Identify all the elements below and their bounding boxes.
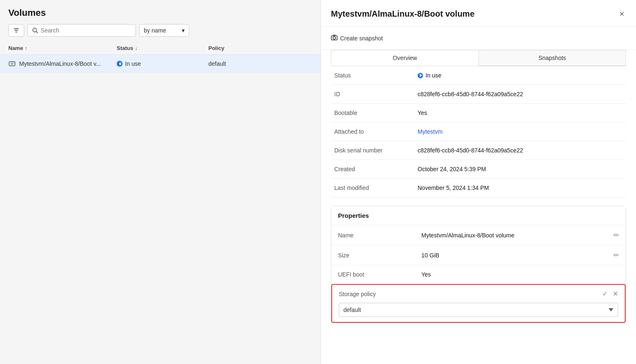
volume-name-cell: Mytestvm/AlmaLinux-8/Boot v...	[8, 60, 117, 67]
storage-policy-actions: ✓ ✕	[602, 290, 618, 298]
edit-name-icon[interactable]: ✏	[613, 231, 619, 239]
volume-policy: default	[208, 60, 226, 67]
volumes-list: Mytestvm/AlmaLinux-8/Boot v... In use de…	[0, 55, 321, 73]
detail-row-status: Status In use	[331, 66, 626, 85]
col-name[interactable]: Name ↑	[8, 45, 117, 51]
volume-status-cell: In use	[117, 60, 208, 67]
sort-asc-icon: ↑	[25, 45, 27, 51]
svg-point-3	[33, 28, 37, 32]
chevron-down-icon: ▾	[182, 27, 185, 34]
page-title: Volumes	[8, 7, 312, 18]
search-icon	[32, 27, 38, 34]
detail-row-id: ID c828fef6-ccb8-45d0-8744-f62a09a5ce22	[331, 85, 626, 104]
prop-row-size: Size 10 GiB ✏	[331, 245, 626, 265]
volume-name: Mytestvm/AlmaLinux-8/Boot v...	[19, 60, 101, 67]
tab-snapshots[interactable]: Snapshots	[478, 50, 626, 66]
search-input[interactable]	[41, 27, 131, 34]
detail-value-id: c828fef6-ccb8-45d0-8744-f62a09a5ce22	[414, 85, 626, 104]
detail-content: Status In use ID c828fef6-ccb8-45d0-8744…	[321, 66, 636, 364]
cancel-storage-policy-icon[interactable]: ✕	[613, 290, 618, 298]
detail-value-bootable: Yes	[414, 104, 626, 122]
volume-status: In use	[125, 60, 141, 67]
svg-point-6	[11, 63, 13, 65]
sort-desc-icon: ↓	[135, 45, 138, 51]
snapshot-icon	[331, 34, 338, 42]
action-bar: Create snapshot	[321, 27, 636, 50]
detail-title: Mytestvm/AlmaLinux-8/Boot volume	[331, 9, 475, 19]
edit-size-icon[interactable]: ✏	[613, 251, 619, 259]
col-status[interactable]: Status ↓	[117, 45, 208, 51]
detail-label-status: Status	[331, 66, 414, 85]
properties-header: Properties	[331, 206, 626, 225]
detail-value-attached: Mytestvm	[414, 122, 626, 141]
col-policy: Policy	[208, 45, 312, 51]
prop-label-name: Name	[338, 232, 421, 239]
disk-icon	[8, 60, 16, 67]
detail-value-created: October 24, 2024 5:39 PM	[414, 160, 626, 179]
svg-point-9	[333, 37, 336, 39]
detail-label-attached: Attached to	[331, 122, 414, 141]
detail-header: Mytestvm/AlmaLinux-8/Boot volume ×	[321, 0, 636, 27]
prop-row-uefi: UEFI boot Yes	[331, 265, 626, 284]
volume-policy-cell: default	[208, 60, 312, 67]
detail-panel: Mytestvm/AlmaLinux-8/Boot volume × Creat…	[321, 0, 636, 364]
detail-row-bootable: Bootable Yes	[331, 104, 626, 122]
status-icon	[117, 61, 123, 67]
sort-dropdown[interactable]: by name ▾	[139, 24, 189, 37]
prop-row-name: Name Mytestvm/AlmaLinux-8/Boot volume ✏	[331, 225, 626, 245]
filter-button[interactable]	[8, 24, 24, 37]
svg-line-4	[36, 32, 38, 33]
create-snapshot-button[interactable]: Create snapshot	[331, 32, 383, 45]
detail-value-serial: c828fef6-ccb8-45d0-8744-f62a09a5ce22	[414, 141, 626, 160]
left-header: Volumes by name ▾	[0, 0, 321, 42]
detail-label-bootable: Bootable	[331, 104, 414, 122]
confirm-storage-policy-icon[interactable]: ✓	[602, 290, 608, 298]
storage-policy-label: Storage policy	[339, 291, 602, 297]
toolbar: by name ▾	[8, 24, 312, 37]
storage-policy-select[interactable]: default ssd hdd	[339, 303, 618, 317]
prop-label-uefi: UEFI boot	[338, 271, 421, 278]
filter-icon	[13, 27, 20, 34]
tabs-container: Overview Snapshots	[331, 50, 626, 66]
detail-row-attached: Attached to Mytestvm	[331, 122, 626, 141]
detail-label-created: Created	[331, 160, 414, 179]
detail-row-created: Created October 24, 2024 5:39 PM	[331, 160, 626, 179]
detail-label-modified: Last modified	[331, 179, 414, 197]
detail-value-status: In use	[414, 66, 626, 85]
search-box	[28, 24, 136, 37]
storage-policy-select-wrap: default ssd hdd	[332, 301, 625, 322]
status-indicator	[418, 73, 423, 78]
storage-policy-header: Storage policy ✓ ✕	[332, 285, 625, 301]
detail-row-serial: Disk serial number c828fef6-ccb8-45d0-87…	[331, 141, 626, 160]
detail-value-modified: November 5, 2024 1:34 PM	[414, 179, 626, 197]
tab-overview[interactable]: Overview	[331, 50, 478, 66]
storage-policy-row: Storage policy ✓ ✕ default ssd hdd	[331, 284, 626, 323]
table-row[interactable]: Mytestvm/AlmaLinux-8/Boot v... In use de…	[0, 55, 321, 73]
properties-section: Properties Name Mytestvm/AlmaLinux-8/Boo…	[331, 206, 626, 323]
prop-value-size: 10 GiB	[421, 252, 610, 259]
detail-row-modified: Last modified November 5, 2024 1:34 PM	[331, 179, 626, 197]
volumes-panel: Volumes by name ▾	[0, 0, 321, 364]
create-snapshot-label: Create snapshot	[340, 35, 383, 42]
detail-label-id: ID	[331, 85, 414, 104]
detail-table: Status In use ID c828fef6-ccb8-45d0-8744…	[331, 66, 626, 197]
prop-value-name: Mytestvm/AlmaLinux-8/Boot volume	[421, 232, 610, 239]
table-header: Name ↑ Status ↓ Policy	[0, 42, 321, 55]
prop-value-uefi: Yes	[421, 271, 619, 278]
prop-label-size: Size	[338, 252, 421, 259]
attached-vm-link[interactable]: Mytestvm	[418, 128, 443, 135]
close-button[interactable]: ×	[618, 7, 626, 20]
sort-value: by name	[144, 27, 166, 34]
detail-label-serial: Disk serial number	[331, 141, 414, 160]
